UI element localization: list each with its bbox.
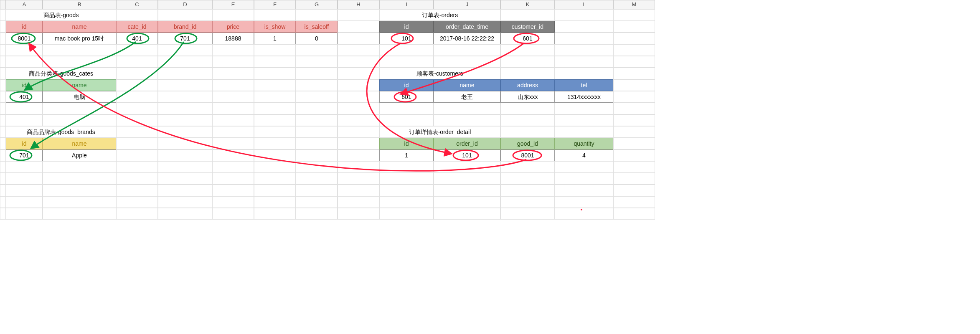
empty-cell[interactable]: [613, 56, 655, 68]
empty-cell[interactable]: [296, 91, 338, 103]
empty-cell[interactable]: [116, 126, 158, 138]
empty-cell[interactable]: [338, 138, 379, 149]
empty-cell[interactable]: [43, 103, 116, 114]
goods-header-cate_id[interactable]: cate_id: [116, 21, 158, 33]
empty-cell[interactable]: [338, 79, 379, 91]
col-header-A[interactable]: A: [6, 0, 43, 9]
empty-cell[interactable]: [116, 138, 158, 149]
order-detail-cell-id[interactable]: 1: [379, 149, 434, 161]
goods-brands-title[interactable]: 商品品牌表-goods_brands: [6, 126, 116, 138]
goods-brands-header-name[interactable]: name: [43, 138, 116, 149]
customers-title[interactable]: 顾客表-customers: [379, 68, 500, 79]
empty-cell[interactable]: [379, 114, 434, 126]
empty-cell[interactable]: [555, 21, 613, 33]
empty-cell[interactable]: [254, 161, 296, 173]
empty-cell[interactable]: [613, 21, 655, 33]
empty-cell[interactable]: [254, 126, 296, 138]
empty-cell[interactable]: [158, 138, 212, 149]
goods-header-brand_id[interactable]: brand_id: [158, 21, 212, 33]
empty-cell[interactable]: [555, 33, 613, 44]
empty-cell[interactable]: [613, 196, 655, 208]
empty-cell[interactable]: [379, 185, 434, 196]
empty-cell[interactable]: [254, 79, 296, 91]
goods-brands-cell-name[interactable]: Apple: [43, 149, 116, 161]
empty-cell[interactable]: [116, 91, 158, 103]
col-header-L[interactable]: L: [555, 0, 613, 9]
empty-cell[interactable]: [613, 161, 655, 173]
empty-cell[interactable]: [158, 185, 212, 196]
empty-cell[interactable]: [434, 208, 500, 220]
empty-cell[interactable]: [555, 103, 613, 114]
empty-cell[interactable]: [613, 138, 655, 149]
customers-cell-address[interactable]: 山东xxx: [500, 91, 555, 103]
empty-cell[interactable]: [116, 79, 158, 91]
empty-cell[interactable]: [613, 149, 655, 161]
empty-cell[interactable]: [555, 196, 613, 208]
empty-cell[interactable]: [338, 161, 379, 173]
empty-cell[interactable]: [555, 185, 613, 196]
empty-cell[interactable]: [158, 161, 212, 173]
empty-cell[interactable]: [254, 56, 296, 68]
customers-header-tel[interactable]: tel: [555, 79, 613, 91]
empty-cell[interactable]: [296, 126, 338, 138]
col-header-D[interactable]: D: [158, 0, 212, 9]
empty-cell[interactable]: [555, 208, 613, 220]
empty-cell[interactable]: [212, 208, 254, 220]
empty-cell[interactable]: [379, 161, 434, 173]
empty-cell[interactable]: [338, 91, 379, 103]
empty-cell[interactable]: [555, 114, 613, 126]
empty-cell[interactable]: [500, 196, 555, 208]
empty-cell[interactable]: [158, 208, 212, 220]
empty-cell[interactable]: [43, 161, 116, 173]
customers-cell-id[interactable]: 601: [379, 91, 434, 103]
customers-header-address[interactable]: address: [500, 79, 555, 91]
empty-cell[interactable]: [43, 44, 116, 56]
empty-cell[interactable]: [434, 114, 500, 126]
empty-cell[interactable]: [338, 33, 379, 44]
empty-cell[interactable]: [434, 44, 500, 56]
goods-cates-header-id[interactable]: id: [6, 79, 43, 91]
empty-cell[interactable]: [613, 103, 655, 114]
empty-cell[interactable]: [6, 196, 43, 208]
empty-cell[interactable]: [116, 56, 158, 68]
empty-cell[interactable]: [379, 208, 434, 220]
empty-cell[interactable]: [296, 44, 338, 56]
empty-cell[interactable]: [158, 9, 212, 21]
empty-cell[interactable]: [379, 56, 434, 68]
empty-cell[interactable]: [116, 9, 158, 21]
empty-cell[interactable]: [296, 56, 338, 68]
goods-header-is_saleoff[interactable]: is_saleoff: [296, 21, 338, 33]
empty-cell[interactable]: [116, 208, 158, 220]
goods-cates-cell-id[interactable]: 401: [6, 91, 43, 103]
empty-cell[interactable]: [338, 149, 379, 161]
order-detail-header-id[interactable]: id: [379, 138, 434, 149]
empty-cell[interactable]: [338, 9, 379, 21]
empty-cell[interactable]: [43, 208, 116, 220]
empty-cell[interactable]: [296, 208, 338, 220]
empty-cell[interactable]: [613, 126, 655, 138]
empty-cell[interactable]: [116, 103, 158, 114]
empty-cell[interactable]: [158, 103, 212, 114]
col-header-G[interactable]: G: [296, 0, 338, 9]
empty-cell[interactable]: [296, 68, 338, 79]
order-detail-cell-good_id[interactable]: 8001: [500, 149, 555, 161]
empty-cell[interactable]: [254, 44, 296, 56]
empty-cell[interactable]: [500, 208, 555, 220]
empty-cell[interactable]: [296, 114, 338, 126]
empty-cell[interactable]: [254, 208, 296, 220]
col-header-B[interactable]: B: [43, 0, 116, 9]
empty-cell[interactable]: [338, 126, 379, 138]
empty-cell[interactable]: [212, 149, 254, 161]
empty-cell[interactable]: [613, 79, 655, 91]
empty-cell[interactable]: [6, 208, 43, 220]
empty-cell[interactable]: [254, 196, 296, 208]
empty-cell[interactable]: [555, 68, 613, 79]
empty-cell[interactable]: [338, 185, 379, 196]
col-header-K[interactable]: K: [500, 0, 555, 9]
empty-cell[interactable]: [6, 56, 43, 68]
customers-cell-tel[interactable]: 1314xxxxxxx: [555, 91, 613, 103]
empty-cell[interactable]: [613, 9, 655, 21]
orders-header-customer_id[interactable]: customer_id: [500, 21, 555, 33]
col-header-I[interactable]: I: [379, 0, 434, 9]
empty-cell[interactable]: [254, 9, 296, 21]
